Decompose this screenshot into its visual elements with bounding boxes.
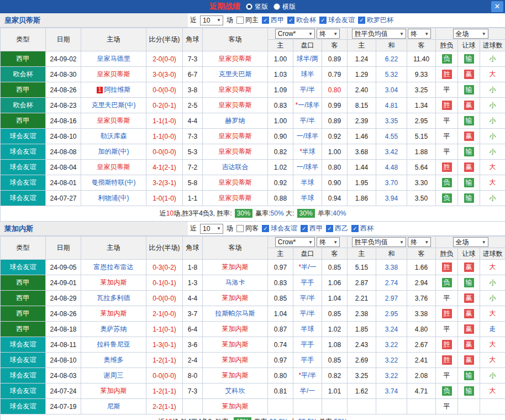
away-team[interactable]: 赫罗纳 [203,113,268,129]
home-team[interactable]: 拉科鲁尼亚 [81,337,146,353]
away-team[interactable]: 莱加内斯 [203,368,268,384]
result-wdl-value: 负 [442,193,452,203]
odds-stage-select[interactable]: 终▼ [317,237,340,247]
away-team[interactable]: 莱加内斯 [203,322,268,337]
away-team[interactable]: 莱加内斯 [203,353,268,368]
home-team[interactable]: 谢周三 [81,368,146,384]
full-match-select[interactable]: 全场▼ [453,237,488,247]
league-filter-checkbox[interactable]: ✓西杯 [351,224,374,233]
avg-stage-select[interactable]: 终▼ [408,237,431,247]
result-wdl-value: 负 [442,386,452,396]
home-team[interactable]: 瓦拉多利德 [81,291,146,306]
home-team[interactable]: 皇家贝蒂斯 [81,160,146,175]
avg-draw: 4.81 [376,98,407,113]
result-goals-value: 小 [490,86,496,93]
match-count-select[interactable]: 10▼ [200,15,223,25]
result-wdl-value: 胜 [442,101,452,110]
away-team[interactable]: 拉斯帕尔马斯 [203,306,268,322]
home-team[interactable]: 皇家马德里 [81,51,146,67]
home-team[interactable]: 莱加内斯 [81,384,146,399]
away-team[interactable]: 皇家贝蒂斯 [203,82,268,98]
away-team[interactable]: 皇家贝蒂斯 [203,129,268,144]
home-team[interactable]: 勒沃库森 [81,129,146,144]
away-team[interactable]: 艾科坎 [203,384,268,399]
away-team[interactable]: 皇家贝蒂斯 [203,98,268,113]
same-venue-checkbox[interactable]: 同客 [236,224,259,233]
away-team[interactable]: 马洛卡 [203,275,268,291]
league-filter-checkbox[interactable]: ✓西甲 [262,15,284,25]
col-header-type: 类型 [1,237,46,260]
avg-type-select[interactable]: 胜平负均值▼ [352,237,406,247]
full-match-select[interactable]: 全场▼ [453,29,488,39]
home-team[interactable]: 尼斯 [81,399,146,414]
home-team[interactable]: 曼彻斯特联(中) [81,175,146,191]
checkbox-icon[interactable]: ✓ [358,17,365,24]
checkbox-icon[interactable]: ✓ [351,225,359,232]
avg-home: 1.62 [348,384,376,399]
match-row: 球会友谊24-08-08加的斯(中)0-0(0-0)5-3皇家贝蒂斯0.82*半… [1,144,505,160]
checkbox-icon[interactable]: ✓ [287,17,294,24]
result-wdl-value: 平 [444,294,450,302]
close-button[interactable]: ✕ [491,1,503,12]
score-cell: 4-1(2-1) [146,160,183,175]
away-team[interactable]: 皇家贝蒂斯 [203,191,268,206]
corners-cell: 4-4 [183,291,203,306]
avg-home: 3.25 [348,368,376,384]
checkbox-icon[interactable]: ✓ [301,225,308,232]
checkbox-icon[interactable]: ✓ [326,225,333,232]
col-header-score: 比分(半场) [146,237,183,260]
match-count-select[interactable]: 10▼ [200,224,223,234]
corners-cell [183,399,203,414]
odds-company-select[interactable]: Crow*▼ [275,29,315,39]
away-team[interactable]: 皇家贝蒂斯 [203,144,268,160]
home-team[interactable]: 莱加内斯 [81,306,146,322]
away-team[interactable]: 莱加内斯 [203,291,268,306]
home-team[interactable]: 克里夫巴斯(中) [81,98,146,113]
away-team[interactable]: 莱加内斯 [203,260,268,275]
same-venue-checkbox[interactable]: 同主 [236,15,259,25]
home-team[interactable]: 莱加内斯 [81,275,146,291]
home-team[interactable]: 富恩拉布雷达 [81,260,146,275]
home-team[interactable]: 1阿拉维斯 [81,82,146,98]
away-team[interactable]: 克里夫巴斯 [203,67,268,82]
away-team[interactable]: 莱加内斯 [203,399,268,414]
league-filter-checkbox[interactable]: ✓欧罗巴杯 [358,15,393,25]
radio-icon[interactable] [273,3,280,10]
league-filter-checkbox[interactable]: ✓西甲 [301,224,323,233]
home-team[interactable]: 皇家贝蒂斯 [81,67,146,82]
checkbox-icon[interactable] [236,225,244,232]
league-filter-checkbox[interactable]: ✓西乙 [326,224,348,233]
away-team[interactable]: 莱加内斯 [203,337,268,353]
layout-radio-option[interactable]: 竖版 [246,2,268,12]
home-team[interactable]: 奥萨苏纳 [81,322,146,337]
away-team[interactable]: 皇家贝蒂斯 [203,51,268,67]
league-filter-checkbox[interactable]: ✓球会友谊 [262,224,297,233]
home-team[interactable]: 利物浦(中) [81,191,146,206]
match-row: 球会友谊24-08-10奥维多1-2(1-1)2-4莱加内斯0.97平手0.85… [1,353,505,368]
odds-away: 0.80 [322,160,348,175]
home-team[interactable]: 皇家贝蒂斯 [81,113,146,129]
layout-radio-option[interactable]: 横版 [273,2,296,12]
away-team[interactable]: 皇家贝蒂斯 [203,175,268,191]
recent-results-window: 近期战绩 竖版横版 ✕ 皇家贝蒂斯 近10▼场同主✓西甲✓欧会杯✓球会友谊✓欧罗… [0,0,505,420]
checkbox-icon[interactable]: ✓ [262,225,269,232]
checkbox-icon[interactable] [236,17,244,24]
avg-draw: 4.55 [376,129,407,144]
avg-type-select[interactable]: 胜平负均值▼ [352,29,406,39]
league-filter-checkbox[interactable]: ✓欧会杯 [287,15,316,25]
match-date: 24-08-23 [46,98,81,113]
home-team[interactable]: 加的斯(中) [81,144,146,160]
odds-company-select[interactable]: Crow*▼ [275,237,315,247]
league-filter-checkbox[interactable]: ✓球会友谊 [319,15,355,25]
dropdown-arrow-icon: ▼ [308,32,313,36]
odds-stage-select[interactable]: 终▼ [317,29,340,39]
home-team[interactable]: 奥维多 [81,353,146,368]
checkbox-icon[interactable]: ✓ [319,17,327,24]
dropdown-arrow-icon: ▼ [482,32,486,36]
checkbox-icon[interactable]: ✓ [262,17,269,24]
col-header-date: 日期 [46,28,81,51]
radio-icon[interactable] [246,3,252,10]
avg-stage-select[interactable]: 终▼ [408,29,431,39]
result-handicap: 输 [458,191,480,206]
away-team[interactable]: 吉达联合 [203,160,268,175]
